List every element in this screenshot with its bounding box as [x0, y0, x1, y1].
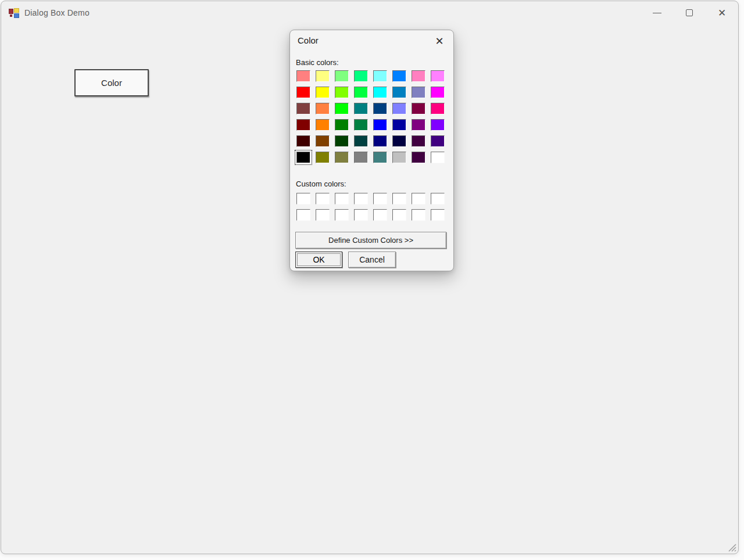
basic-color-swatch[interactable]	[392, 87, 406, 98]
basic-color-swatch[interactable]	[354, 70, 368, 82]
close-icon: ✕	[435, 35, 443, 48]
custom-color-swatch[interactable]	[431, 193, 445, 204]
ok-button[interactable]: OK	[295, 252, 342, 268]
basic-color-swatch[interactable]	[316, 103, 330, 114]
window-title: Dialog Box Demo	[24, 8, 90, 17]
custom-color-swatch[interactable]	[373, 209, 387, 221]
basic-color-swatch[interactable]	[354, 103, 368, 114]
custom-color-swatch[interactable]	[296, 193, 310, 204]
color-dialog: Color ✕ Basic colors: Custom colors: Def…	[289, 30, 454, 271]
basic-color-swatch[interactable]	[335, 87, 349, 98]
maximize-icon	[686, 9, 693, 16]
window-controls: ✕	[641, 1, 738, 24]
custom-color-swatch[interactable]	[431, 209, 445, 221]
basic-color-swatch[interactable]	[392, 152, 406, 163]
basic-color-swatch[interactable]	[373, 103, 387, 114]
basic-color-swatch[interactable]	[373, 135, 387, 147]
basic-color-swatch[interactable]	[412, 152, 425, 163]
custom-color-swatch[interactable]	[412, 209, 425, 221]
minimize-button[interactable]	[641, 1, 673, 24]
maximize-button[interactable]	[673, 1, 706, 24]
custom-color-swatch[interactable]	[296, 209, 310, 221]
custom-color-swatch[interactable]	[354, 193, 368, 204]
basic-color-swatch[interactable]	[354, 119, 368, 131]
basic-color-swatch[interactable]	[354, 152, 368, 163]
custom-color-swatch[interactable]	[316, 209, 330, 221]
custom-colors-grid	[296, 193, 445, 221]
minimize-icon	[653, 13, 661, 13]
custom-color-swatch[interactable]	[412, 193, 425, 204]
basic-color-swatch[interactable]	[316, 152, 330, 163]
custom-color-swatch[interactable]	[316, 193, 330, 204]
titlebar[interactable]: Dialog Box Demo ✕	[1, 1, 738, 24]
basic-color-swatch[interactable]	[412, 87, 425, 98]
basic-colors-label: Basic colors:	[296, 58, 339, 67]
basic-color-swatch[interactable]	[373, 87, 387, 98]
basic-colors-grid	[296, 70, 445, 163]
custom-color-swatch[interactable]	[354, 209, 368, 221]
basic-color-swatch[interactable]	[296, 152, 310, 163]
close-icon: ✕	[718, 8, 726, 18]
basic-color-swatch[interactable]	[316, 135, 330, 147]
basic-color-swatch[interactable]	[335, 103, 349, 114]
basic-color-swatch[interactable]	[412, 70, 425, 82]
basic-color-swatch[interactable]	[431, 135, 445, 147]
basic-color-swatch[interactable]	[335, 135, 349, 147]
basic-color-swatch[interactable]	[335, 70, 349, 82]
basic-color-swatch[interactable]	[412, 135, 425, 147]
basic-color-swatch[interactable]	[354, 87, 368, 98]
basic-color-swatch[interactable]	[296, 103, 310, 114]
basic-color-swatch[interactable]	[392, 103, 406, 114]
basic-color-swatch[interactable]	[316, 119, 330, 131]
custom-color-swatch[interactable]	[392, 209, 406, 221]
basic-color-swatch[interactable]	[412, 119, 425, 131]
color-button[interactable]: Color	[74, 69, 149, 96]
basic-color-swatch[interactable]	[335, 119, 349, 131]
basic-color-swatch[interactable]	[392, 70, 406, 82]
dialog-title: Color	[298, 35, 319, 45]
basic-color-swatch[interactable]	[373, 152, 387, 163]
basic-color-swatch[interactable]	[296, 70, 310, 82]
resize-grip[interactable]	[728, 543, 736, 552]
basic-color-swatch[interactable]	[296, 87, 310, 98]
basic-color-swatch[interactable]	[335, 152, 349, 163]
basic-color-swatch[interactable]	[431, 70, 445, 82]
basic-color-swatch[interactable]	[316, 70, 330, 82]
basic-color-swatch[interactable]	[431, 103, 445, 114]
basic-color-swatch[interactable]	[431, 119, 445, 131]
basic-color-swatch[interactable]	[431, 87, 445, 98]
close-button[interactable]: ✕	[706, 1, 738, 24]
basic-color-swatch[interactable]	[412, 103, 425, 114]
custom-colors-label: Custom colors:	[296, 180, 346, 188]
basic-color-swatch[interactable]	[431, 152, 445, 163]
basic-color-swatch[interactable]	[373, 70, 387, 82]
basic-color-swatch[interactable]	[373, 119, 387, 131]
cancel-button[interactable]: Cancel	[348, 252, 396, 268]
custom-color-swatch[interactable]	[335, 209, 349, 221]
app-icon	[9, 8, 19, 18]
basic-color-swatch[interactable]	[296, 119, 310, 131]
custom-color-swatch[interactable]	[335, 193, 349, 204]
basic-color-swatch[interactable]	[316, 87, 330, 98]
dialog-close-button[interactable]: ✕	[430, 33, 449, 50]
basic-color-swatch[interactable]	[296, 135, 310, 147]
define-custom-colors-button[interactable]: Define Custom Colors >>	[295, 232, 446, 249]
basic-color-swatch[interactable]	[392, 135, 406, 147]
custom-color-swatch[interactable]	[373, 193, 387, 204]
basic-color-swatch[interactable]	[354, 135, 368, 147]
basic-color-swatch[interactable]	[392, 119, 406, 131]
custom-color-swatch[interactable]	[392, 193, 406, 204]
